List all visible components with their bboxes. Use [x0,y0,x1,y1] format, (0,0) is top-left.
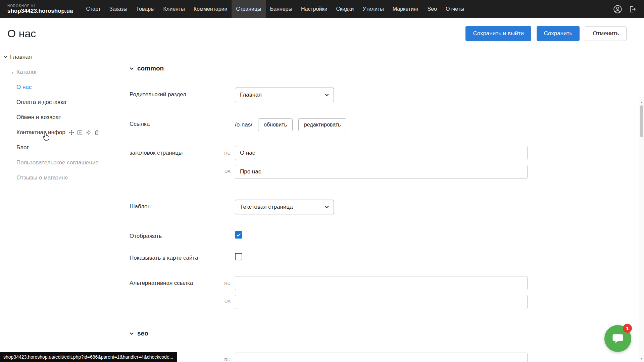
field-display: Отображать [130,229,639,240]
scroll-up-arrow[interactable]: ▲ [639,99,644,105]
sidebar-item-label: Главная [10,54,32,60]
link-path: /o-nas/ [235,121,252,128]
add-page-icon[interactable] [77,130,83,135]
sidebar-item-catalog[interactable]: › Каталог [0,64,118,80]
sidebar-item-about[interactable]: О нас [0,80,118,95]
page-title-ua-input[interactable] [235,165,528,179]
sidebar-item-payment-delivery[interactable]: Оплата и доставка [0,95,118,110]
lang-badge-ua: UA [213,165,235,179]
alt-link-ua-input[interactable] [235,295,528,309]
sidebar-item-label: Блог [16,144,29,151]
header-actions: Сохранить и выйти Сохранить Отменить [465,26,644,41]
field-link: Ссылка /o-nas/ обновить редактировать [130,117,639,131]
pages-tree: Главная › Каталог О нас Оплата и доставк… [0,49,118,185]
vertical-scrollbar[interactable]: ▲ ▼ [639,99,644,362]
chat-bubble-icon [612,332,624,345]
sidebar-item-label: Обмен и возврат [16,114,61,121]
field-html-title: Html Title RU UA [130,353,639,362]
page-title: О нас [0,28,36,40]
nav-comments[interactable]: Комментарии [189,0,232,18]
page-edit-form: common Родительский раздел Главная Ссылк… [118,49,639,362]
field-alt-link: Альтернативная ссылка RU UA [130,276,639,309]
field-sitemap: Показывать в карте сайта [130,251,639,261]
nav-discounts[interactable]: Скидки [332,0,358,18]
html-title-ru-input[interactable] [235,353,528,362]
sidebar-item-exchange-return[interactable]: Обмен и возврат [0,110,118,125]
nav-seo[interactable]: Seo [423,0,441,18]
chevron-down-icon [325,206,329,208]
chevron-down-icon[interactable] [3,56,7,58]
nav-pages[interactable]: Страницы [232,0,265,18]
lang-badge-ru: RU [213,353,235,362]
nav-clients[interactable]: Клиенты [159,0,189,18]
main-menu: Старт Заказы Товары Клиенты Комментарии … [82,0,469,18]
logo[interactable]: HOROSHOP V4 shop34423.horoshop.ua [0,4,82,14]
display-checkbox[interactable] [235,231,242,239]
sidebar-item-user-agreement[interactable]: Пользовательское соглашение [0,155,118,170]
sidebar-item-label: Каталог [16,69,37,75]
select-value: Текстовая страница [240,204,293,210]
sidebar-item-home[interactable]: Главная [0,49,118,64]
section-seo[interactable]: seo [130,330,639,337]
logo-domain: shop34423.horoshop.ua [7,8,73,14]
field-label: Ссылка [130,117,213,131]
nav-marketing[interactable]: Маркетинг [388,0,423,18]
field-page-title: заголовок страницы RU UA [130,146,639,179]
body-wrap: Главная › Каталог О нас Оплата и доставк… [0,49,644,362]
nav-reports[interactable]: Отчеты [441,0,468,18]
template-select[interactable]: Текстовая страница [235,200,334,214]
sidebar-item-label: Отзывы о магазине [16,174,68,181]
chevron-down-icon [130,67,134,70]
field-label: Показывать в карте сайта [130,251,213,261]
cancel-button[interactable]: Отменить [585,26,627,41]
save-and-exit-button[interactable]: Сохранить и выйти [465,26,531,41]
field-label: Шаблон [130,200,213,214]
sidebar-item-label: Пользовательское соглашение [16,159,99,166]
sidebar-item-label: Контактная инфор [16,129,65,136]
field-parent-section: Родительский раздел Главная [130,88,639,102]
sidebar-item-blog[interactable]: Блог [0,140,118,155]
scrollbar-thumb[interactable] [640,105,643,137]
user-account-icon[interactable] [613,5,622,14]
chevron-right-icon[interactable]: › [11,69,13,76]
field-label: Родительский раздел [130,88,213,102]
chevron-down-icon [325,94,329,96]
page-title-ru-input[interactable] [235,146,528,160]
section-title: common [137,65,164,72]
alt-link-ru-input[interactable] [235,276,528,290]
chat-unread-badge: 1 [623,324,632,333]
nav-utilities[interactable]: Утилиты [358,0,388,18]
move-icon[interactable] [69,130,74,135]
sitemap-checkbox[interactable] [235,253,242,260]
section-common[interactable]: common [130,65,639,72]
field-label: заголовок страницы [130,146,213,179]
select-value: Главная [240,92,262,98]
delete-trash-icon[interactable] [94,130,99,135]
sidebar-item-store-reviews[interactable]: Отзывы о магазине [0,170,118,185]
field-label: Отображать [130,229,213,240]
pages-tree-sidebar: Главная › Каталог О нас Оплата и доставк… [0,49,118,362]
item-action-icons [69,130,99,135]
refresh-link-button[interactable]: обновить [258,118,293,131]
chevron-down-icon [130,332,134,335]
status-url-bar: shop34423.horoshop.ua/edit/edit.php?id=6… [0,352,177,362]
chat-widget-button[interactable]: 1 [604,325,631,352]
save-button[interactable]: Сохранить [537,26,580,41]
nav-settings[interactable]: Настройки [297,0,332,18]
nav-banners[interactable]: Баннеры [266,0,297,18]
settings-gear-icon[interactable] [86,130,91,135]
sidebar-item-label: О нас [16,84,32,91]
topbar-right [613,5,644,14]
parent-section-select[interactable]: Главная [235,88,334,102]
sidebar-item-contact-info[interactable]: Контактная инфор [0,125,118,140]
nav-orders[interactable]: Заказы [105,0,132,18]
sidebar-item-label: Оплата и доставка [16,99,66,106]
lang-badge-ua: UA [213,295,235,309]
field-template: Шаблон Текстовая страница [130,200,639,214]
nav-start[interactable]: Старт [82,0,105,18]
nav-products[interactable]: Товары [132,0,159,18]
edit-link-button[interactable]: редактировать [298,118,346,131]
logout-icon[interactable] [628,5,637,13]
scroll-down-arrow[interactable]: ▼ [639,356,644,361]
section-title: seo [137,330,148,337]
